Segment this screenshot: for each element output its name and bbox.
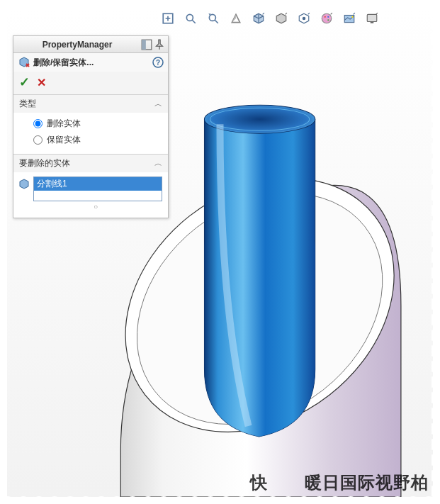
view-settings-icon[interactable] bbox=[366, 12, 378, 25]
hide-show-icon[interactable] bbox=[298, 12, 310, 25]
delete-body-icon bbox=[18, 56, 30, 69]
bodies-selection-list[interactable]: 分割线1 bbox=[33, 177, 162, 201]
panel-pin-icon[interactable] bbox=[154, 39, 165, 50]
section-bodies-title: 要删除的实体 bbox=[19, 157, 70, 169]
radio-delete-input[interactable] bbox=[33, 119, 43, 128]
view-orientation-icon[interactable] bbox=[252, 12, 265, 25]
radio-keep-input[interactable] bbox=[33, 135, 43, 145]
section-type-header[interactable]: 类型 ︿ bbox=[13, 95, 168, 113]
svg-point-11 bbox=[327, 19, 329, 21]
watermark-part2: 暖日国际视野柏 bbox=[305, 471, 429, 494]
view-toolbar bbox=[113, 10, 426, 27]
radio-keep-bodies[interactable]: 保留实体 bbox=[33, 132, 161, 148]
svg-rect-14 bbox=[367, 14, 377, 21]
previous-view-icon[interactable] bbox=[207, 12, 220, 25]
panel-show-pane-icon[interactable] bbox=[141, 39, 152, 50]
edit-appearance-icon[interactable] bbox=[320, 12, 333, 25]
list-resize-grip[interactable]: ○ bbox=[33, 201, 162, 211]
watermark-text: 快 暖日国际视野柏 bbox=[250, 471, 429, 494]
ok-button[interactable]: ✓ bbox=[19, 74, 30, 90]
selected-body-item[interactable]: 分割线1 bbox=[34, 177, 162, 191]
svg-point-13 bbox=[351, 16, 353, 18]
section-type: 类型 ︿ 删除实体 保留实体 bbox=[13, 94, 168, 154]
display-style-icon[interactable] bbox=[275, 12, 288, 25]
chevron-up-icon: ︿ bbox=[154, 158, 162, 169]
section-view-icon[interactable] bbox=[230, 12, 242, 25]
body-select-icon bbox=[18, 178, 30, 191]
help-icon[interactable]: ? bbox=[152, 57, 164, 68]
chevron-up-icon: ︿ bbox=[154, 99, 162, 109]
zoom-area-icon[interactable] bbox=[184, 12, 197, 25]
feature-name: 删除/保留实体... bbox=[33, 57, 152, 69]
svg-point-10 bbox=[327, 16, 329, 18]
radio-keep-label: 保留实体 bbox=[47, 134, 81, 146]
cancel-button[interactable]: ✕ bbox=[37, 76, 46, 89]
svg-point-5 bbox=[186, 14, 193, 21]
radio-delete-label: 删除实体 bbox=[47, 118, 81, 130]
panel-titlebar: PropertyManager bbox=[13, 36, 168, 53]
watermark-part1: 快 bbox=[250, 471, 268, 494]
svg-point-9 bbox=[324, 16, 325, 18]
confirm-row: ✓ ✕ bbox=[13, 72, 168, 94]
zoom-fit-icon[interactable] bbox=[162, 12, 174, 25]
panel-title: PropertyManager bbox=[13, 40, 141, 50]
section-type-title: 类型 bbox=[19, 98, 36, 110]
svg-text:?: ? bbox=[156, 59, 160, 67]
apply-scene-icon[interactable] bbox=[343, 12, 356, 25]
section-bodies-header[interactable]: 要删除的实体 ︿ bbox=[13, 155, 168, 172]
svg-point-8 bbox=[322, 13, 332, 23]
svg-rect-15 bbox=[370, 22, 373, 23]
radio-delete-bodies[interactable]: 删除实体 bbox=[33, 116, 161, 132]
section-bodies: 要删除的实体 ︿ 分割线1 ○ bbox=[13, 154, 168, 218]
svg-point-7 bbox=[302, 17, 305, 21]
feature-header: 删除/保留实体... ? bbox=[13, 53, 168, 72]
svg-rect-17 bbox=[142, 40, 146, 50]
svg-point-6 bbox=[209, 14, 215, 21]
property-manager-panel: PropertyManager 删除/保留实体... ? ✓ ✕ 类型 ︿ 删除… bbox=[13, 35, 169, 218]
